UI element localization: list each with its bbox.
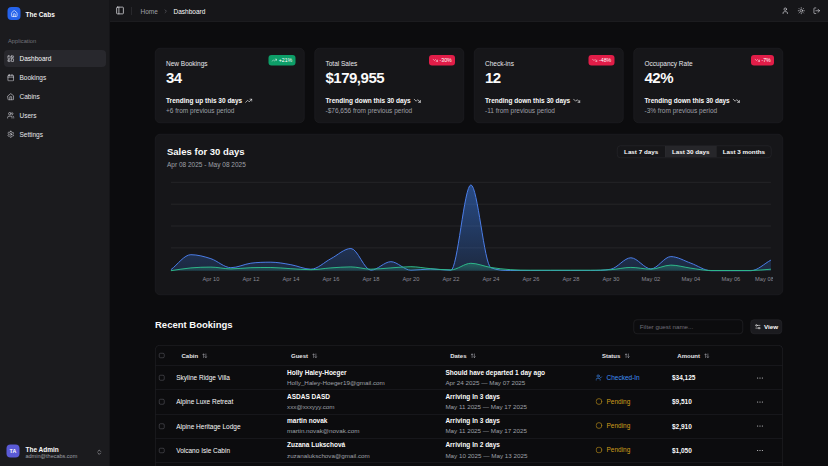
svg-text:May 04: May 04	[681, 276, 701, 282]
svg-text:Apr 26: Apr 26	[522, 276, 539, 282]
svg-text:Apr 16: Apr 16	[322, 276, 339, 282]
svg-text:May 02: May 02	[641, 276, 660, 282]
svg-text:May 06: May 06	[721, 276, 740, 282]
svg-text:Apr 22: Apr 22	[442, 276, 459, 282]
svg-text:Apr 12: Apr 12	[242, 276, 259, 282]
svg-text:Apr 14: Apr 14	[282, 276, 300, 282]
svg-text:Apr 20: Apr 20	[402, 276, 419, 282]
svg-text:Apr 18: Apr 18	[362, 276, 379, 282]
svg-text:May 08: May 08	[755, 276, 773, 282]
svg-text:Apr 10: Apr 10	[202, 276, 219, 282]
svg-text:Apr 28: Apr 28	[562, 276, 579, 282]
svg-text:Apr 24: Apr 24	[482, 276, 500, 282]
svg-text:Apr 30: Apr 30	[602, 276, 619, 282]
